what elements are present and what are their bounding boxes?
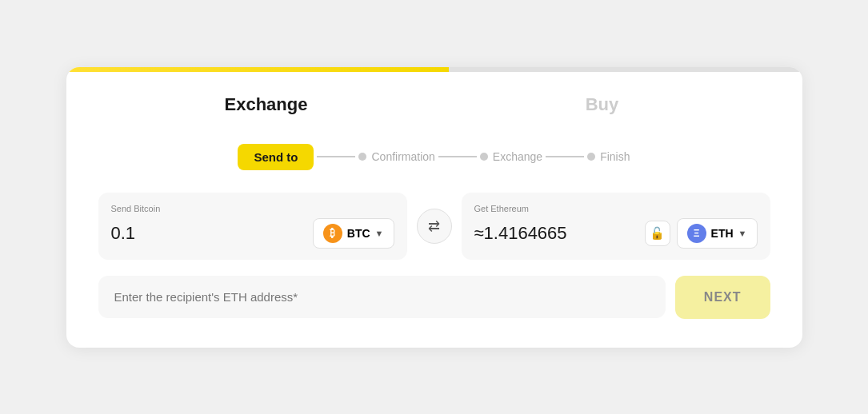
next-button[interactable]: NEXT xyxy=(675,276,770,319)
progress-fill xyxy=(66,67,449,72)
step-exchange-label: Exchange xyxy=(493,150,542,163)
step-exchange: Exchange xyxy=(480,150,542,163)
address-row: NEXT xyxy=(98,276,770,319)
step-confirmation: Confirmation xyxy=(358,150,434,163)
step-dot-4 xyxy=(587,153,595,161)
step-line-1 xyxy=(317,156,355,157)
get-amount-value: ≈1.4164665 xyxy=(474,223,567,244)
progress-empty xyxy=(449,67,802,72)
card-body: Send to Confirmation Exchange Finish Sen… xyxy=(66,128,802,348)
step-send-to: Send to xyxy=(238,144,314,170)
send-label: Send Bitcoin xyxy=(111,204,394,213)
step-finish-label: Finish xyxy=(600,150,630,163)
tab-exchange[interactable]: Exchange xyxy=(98,88,434,128)
get-amount-row: ≈1.4164665 🔓 Ξ ETH ▼ xyxy=(474,218,758,249)
exchange-row: Send Bitcoin ₿ BTC ▼ ⇄ Ge xyxy=(98,193,770,260)
step-line-3 xyxy=(546,156,584,157)
step-finish: Finish xyxy=(587,150,630,163)
tab-bar: Exchange Buy xyxy=(66,72,802,128)
step-line-2 xyxy=(438,156,477,157)
get-label: Get Ethereum xyxy=(474,204,758,213)
swap-button[interactable]: ⇄ xyxy=(417,209,452,244)
step-dot-3 xyxy=(480,153,488,161)
eth-icon: Ξ xyxy=(687,224,706,243)
stepper: Send to Confirmation Exchange Finish xyxy=(98,144,770,170)
swap-icon: ⇄ xyxy=(428,217,440,235)
progress-bar xyxy=(66,67,802,72)
recipient-address-input[interactable] xyxy=(98,276,666,318)
send-amount-input[interactable] xyxy=(111,223,281,244)
tab-buy[interactable]: Buy xyxy=(434,88,770,128)
send-chevron-icon: ▼ xyxy=(375,229,384,238)
send-currency-label: BTC xyxy=(347,227,370,240)
get-currency-label: ETH xyxy=(711,227,734,240)
get-box: Get Ethereum ≈1.4164665 🔓 Ξ ETH ▼ xyxy=(462,193,770,260)
step-dot-2 xyxy=(358,153,366,161)
lock-button[interactable]: 🔓 xyxy=(645,221,670,246)
step-confirmation-label: Confirmation xyxy=(371,150,434,163)
send-currency-selector[interactable]: ₿ BTC ▼ xyxy=(313,218,394,249)
get-right-controls: 🔓 Ξ ETH ▼ xyxy=(645,218,758,249)
main-card: Exchange Buy Send to Confirmation Exchan… xyxy=(66,67,802,348)
btc-icon: ₿ xyxy=(323,224,342,243)
send-input-row: ₿ BTC ▼ xyxy=(111,218,394,249)
send-box: Send Bitcoin ₿ BTC ▼ xyxy=(98,193,407,260)
get-chevron-icon: ▼ xyxy=(738,229,747,238)
get-currency-selector[interactable]: Ξ ETH ▼ xyxy=(677,218,758,249)
